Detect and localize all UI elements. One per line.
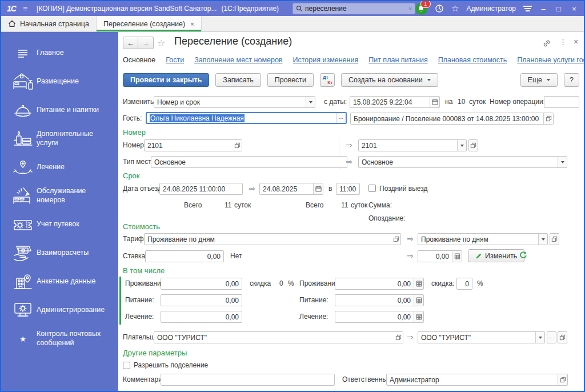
open-icon[interactable] — [468, 139, 478, 151]
change-rate-button[interactable]: Изменить — [468, 249, 524, 262]
incl-meals-new[interactable]: 0,00 — [335, 294, 424, 306]
tab-home[interactable]: Начальная страница — [1, 16, 97, 31]
guest-base-document[interactable]: Бронирование / Поселение 000083 от 14.08… — [350, 113, 554, 125]
more-button[interactable]: Еще — [520, 73, 558, 87]
nav-tab-plan-stoimost[interactable]: Плановая стоимость — [438, 56, 507, 64]
minimize-button[interactable] — [539, 5, 547, 13]
sidebar-item-pitanie[interactable]: Питание и напитки — [1, 96, 118, 125]
sidebar-item-lechenie[interactable]: Лечение — [1, 153, 118, 182]
calculator-icon[interactable] — [414, 278, 423, 289]
window-close-button[interactable] — [570, 5, 578, 13]
ellipsis-button[interactable] — [547, 331, 556, 343]
open-icon[interactable] — [543, 113, 553, 124]
dtkt-register-button[interactable]: Дт Кт — [320, 73, 335, 87]
rate-new[interactable]: 0,00 — [418, 250, 462, 262]
search-clear-icon[interactable] — [408, 6, 412, 12]
sidebar-item-uchet-putevok[interactable]: Учет путевок — [1, 210, 118, 239]
calculator-icon[interactable] — [452, 251, 462, 262]
post-button[interactable]: Провести — [267, 73, 314, 87]
sidebar-item-administrirovanie[interactable]: Администрирование — [1, 296, 118, 325]
room-number-old[interactable]: 2101 — [144, 139, 242, 151]
nav-tab-plan-uslugi[interactable]: Плановые услуги гостей — [517, 56, 584, 64]
section-period-header: Срок — [123, 171, 140, 180]
departure-new-date[interactable]: 24.08.2025 — [259, 183, 323, 195]
favorite-star-icon[interactable] — [157, 38, 165, 49]
open-icon[interactable] — [550, 233, 559, 245]
create-based-on-button[interactable]: Создать на основании — [341, 73, 438, 87]
open-icon[interactable] — [391, 234, 400, 245]
post-and-close-button[interactable]: Провести и закрыть — [123, 73, 209, 87]
maximize-button[interactable] — [555, 5, 563, 13]
late-checkout-checkbox[interactable] — [368, 185, 376, 192]
tab-pereselenie[interactable]: Переселение (создание) — [97, 16, 202, 31]
place-type-old[interactable]: Основное — [151, 156, 347, 168]
incl-treatment-new[interactable]: 0,00 — [335, 311, 424, 323]
nav-tab-osnovnoe[interactable]: Основное — [123, 56, 155, 64]
open-icon[interactable] — [558, 331, 567, 343]
nav-tab-istoriya[interactable]: История изменения — [292, 56, 358, 64]
open-windows-tabbar: Начальная страница Переселение (создание… — [1, 16, 584, 32]
calculator-icon[interactable] — [414, 311, 423, 322]
open-icon[interactable] — [558, 374, 567, 385]
calendar-icon[interactable] — [430, 97, 439, 107]
chevron-down-icon[interactable] — [306, 97, 315, 107]
notifications-bell-icon[interactable]: 1 — [415, 3, 427, 15]
history-icon[interactable] — [435, 4, 444, 13]
forward-button[interactable] — [138, 37, 154, 49]
open-icon[interactable] — [233, 140, 242, 151]
departure-new-time[interactable]: 11:00 — [336, 183, 360, 195]
sidebar-item-obsluzhivanie[interactable]: Обслуживание номеров — [1, 182, 118, 210]
get-link-icon[interactable] — [542, 39, 551, 48]
nav-tab-gosti[interactable]: Гости — [166, 56, 184, 64]
incl-treatment-old[interactable]: 0,00 — [161, 311, 242, 323]
sidebar-item-vzaimoraschety[interactable]: Взаиморасчеты — [1, 239, 118, 267]
chevron-down-icon[interactable] — [457, 140, 466, 151]
incl-lodging-new[interactable]: 0,00 — [335, 278, 424, 290]
chevron-down-icon[interactable] — [535, 332, 544, 343]
calculator-icon[interactable] — [414, 295, 423, 306]
op-number-input[interactable] — [544, 96, 579, 108]
help-button[interactable]: ? — [564, 73, 579, 87]
comment-input[interactable] — [161, 374, 335, 386]
nav-tab-zapolnenie[interactable]: Заполнение мест номеров — [194, 56, 282, 64]
tab-close-icon[interactable] — [190, 21, 194, 27]
incl-lodging-old[interactable]: 0,00 — [161, 278, 242, 290]
responsible-input[interactable]: Администратор — [386, 374, 568, 386]
current-user[interactable]: Администратор — [466, 5, 516, 13]
discount-new-input[interactable]: 0 — [456, 278, 472, 290]
operation-select[interactable]: Номер и срок — [154, 96, 315, 108]
allow-sharing-checkbox[interactable] — [123, 362, 130, 369]
guest-input[interactable]: Ольга Николаевна Надежная ... — [146, 112, 347, 124]
tariff-old[interactable]: Проживание по дням — [144, 233, 401, 245]
nav-tab-pit-plan[interactable]: Пит план питания — [368, 56, 428, 64]
form-title: Переселение (создание) — [174, 35, 292, 47]
back-button[interactable] — [123, 37, 138, 49]
refresh-icon[interactable] — [519, 251, 527, 259]
place-type-new[interactable]: Основное — [358, 156, 567, 168]
from-date-input[interactable]: 15.08.2025 9:22:04 — [350, 96, 440, 108]
incl-meals-old[interactable]: 0,00 — [161, 294, 242, 306]
global-search-input[interactable]: переселение — [292, 3, 415, 14]
chevron-down-icon[interactable] — [538, 234, 547, 245]
sidebar-item-razmeshchenie[interactable]: Размещение — [1, 67, 118, 96]
sidebar-item-glavnoe[interactable]: Главное — [1, 39, 118, 67]
main-menu-icon[interactable] — [23, 5, 27, 13]
sidebar-item-kontrol-pochty[interactable]: Контроль почтовых сообщений — [1, 325, 118, 353]
payer-old[interactable]: ООО "ТУРИСТ" — [154, 331, 403, 343]
ellipsis-button[interactable]: ... — [336, 113, 346, 123]
favorites-star-icon[interactable] — [451, 3, 459, 14]
form-close-icon[interactable] — [574, 37, 578, 46]
sidebar-item-anketnye-dannye[interactable]: Анкетные данные — [1, 267, 118, 296]
tariff-new[interactable]: Проживание по дням — [418, 233, 548, 245]
calendar-icon[interactable] — [313, 183, 323, 194]
more-vert-icon[interactable] — [559, 38, 567, 46]
rate-old[interactable]: 0,00 — [145, 250, 224, 262]
room-number-new[interactable]: 2101 — [358, 139, 467, 151]
save-button[interactable]: Записать — [215, 73, 261, 87]
departure-old[interactable]: 24.08.2025 11:00:00 — [159, 183, 243, 195]
sidebar-item-dop-uslugi[interactable]: Дополнительные услуги — [1, 125, 118, 153]
open-icon[interactable] — [394, 332, 403, 343]
service-settings-icon[interactable] — [523, 6, 532, 11]
payer-new[interactable]: ООО "ТУРИСТ" — [418, 331, 545, 343]
chevron-down-icon[interactable] — [558, 157, 567, 167]
